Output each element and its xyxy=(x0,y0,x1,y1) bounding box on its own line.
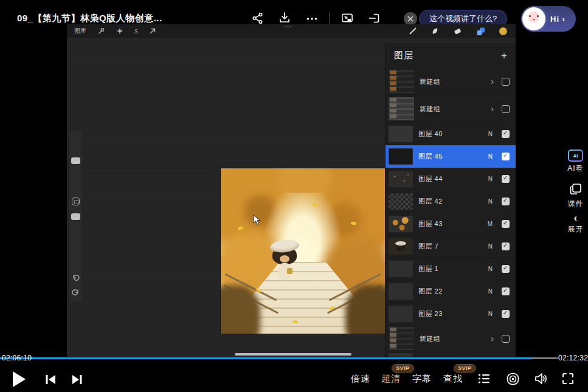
courseware-button[interactable]: 课件 xyxy=(563,183,588,209)
layers-icon[interactable] xyxy=(476,26,486,36)
download-icon xyxy=(278,11,291,24)
layer-row[interactable]: 图层 1 N xyxy=(386,258,516,280)
playlist-button[interactable] xyxy=(477,371,491,386)
expand-button[interactable]: ‹ 展开 xyxy=(563,214,588,235)
procreate-toolbar: 图库 S ⋯ xyxy=(67,24,516,38)
layer-visibility-checkbox[interactable] xyxy=(502,220,510,228)
brush-size-slider[interactable] xyxy=(71,157,80,164)
chevron-left-icon: ‹ xyxy=(563,214,588,222)
layer-visibility-checkbox[interactable] xyxy=(502,153,510,160)
pip-icon xyxy=(341,12,354,25)
chevron-right-icon[interactable]: › xyxy=(491,334,494,343)
volume-button[interactable] xyxy=(533,371,548,387)
transform-icon[interactable] xyxy=(148,27,157,35)
layer-thumbnail xyxy=(389,261,413,277)
canvas-drag-handle[interactable]: ⋯ xyxy=(285,24,292,30)
chevron-right-icon[interactable]: › xyxy=(491,77,494,86)
layer-row[interactable]: 图层 40 N xyxy=(386,123,516,145)
layer-name: 新建组 xyxy=(420,334,485,343)
layer-row[interactable]: 图层 44 N xyxy=(386,168,516,190)
layer-visibility-checkbox[interactable] xyxy=(502,242,510,250)
play-button[interactable] xyxy=(9,369,29,390)
video-content-area[interactable]: 图库 S ⋯ xyxy=(67,24,516,357)
assistant-button[interactable]: Hi › xyxy=(521,6,576,32)
lens-icon xyxy=(506,372,520,386)
add-layer-button[interactable]: + xyxy=(501,50,507,61)
color-swatch[interactable] xyxy=(499,27,507,35)
cast-screen-icon xyxy=(367,12,381,25)
layer-row[interactable]: 图层 22 N xyxy=(386,280,516,303)
fullscreen-button[interactable] xyxy=(561,371,575,386)
brush-icon[interactable] xyxy=(408,27,417,36)
layer-visibility-checkbox[interactable] xyxy=(502,287,510,295)
layer-visibility-checkbox[interactable] xyxy=(502,78,510,86)
layer-name: 图层 22 xyxy=(418,287,483,296)
quality-button[interactable]: 超清 xyxy=(381,373,401,385)
share-button[interactable] xyxy=(251,12,265,25)
layer-row-group[interactable]: 新建组 › xyxy=(386,95,516,123)
ipad-home-indicator[interactable] xyxy=(235,353,351,356)
blend-mode[interactable]: N xyxy=(488,153,493,160)
adjust-icon[interactable] xyxy=(116,27,124,35)
blend-mode[interactable]: N xyxy=(488,198,493,205)
wrench-icon[interactable] xyxy=(97,27,105,35)
layer-row-group[interactable]: 新建组 › xyxy=(386,68,516,95)
art-dark-corner xyxy=(345,285,385,334)
brush-size-rail[interactable] xyxy=(69,131,82,301)
blend-mode[interactable]: N xyxy=(488,288,493,295)
speed-button[interactable]: 倍速 xyxy=(351,373,370,385)
layer-row[interactable]: 图层 43 M xyxy=(386,213,516,235)
layer-row[interactable]: 图层 23 N xyxy=(386,303,516,325)
more-button[interactable] xyxy=(305,12,319,26)
layers-panel: 图层 + 新建组 › 新建组 › 图层 40 xyxy=(385,43,516,357)
layer-row[interactable]: 图层 42 N xyxy=(386,190,516,213)
layer-visibility-checkbox[interactable] xyxy=(502,175,510,183)
ai-watch-button[interactable]: AI AI看 xyxy=(563,150,588,174)
next-button[interactable] xyxy=(69,372,84,387)
layer-visibility-checkbox[interactable] xyxy=(502,198,510,205)
blend-mode[interactable]: N xyxy=(488,131,493,137)
selection-icon[interactable]: S xyxy=(134,27,138,35)
layer-row[interactable]: 图层 7 N xyxy=(386,235,516,258)
subtitle-button[interactable]: 字幕 xyxy=(412,373,432,385)
layer-visibility-checkbox[interactable] xyxy=(502,130,510,138)
ai-watch-label: AI看 xyxy=(563,163,588,174)
blend-mode[interactable]: N xyxy=(488,243,493,250)
redo-icon[interactable] xyxy=(71,289,80,297)
more-icon xyxy=(305,12,319,26)
chevron-right-icon[interactable]: › xyxy=(491,104,494,114)
video-progress-fill xyxy=(0,357,531,359)
video-progress-bar[interactable] xyxy=(0,357,558,359)
layer-row-selected[interactable]: 图层 45 N xyxy=(386,145,516,168)
pip-button[interactable] xyxy=(341,12,354,25)
lens-button[interactable] xyxy=(505,371,520,386)
layer-visibility-checkbox[interactable] xyxy=(502,310,510,318)
layer-visibility-checkbox[interactable] xyxy=(502,265,510,273)
blend-mode[interactable]: N xyxy=(488,266,493,272)
brush-opacity-slider[interactable] xyxy=(71,213,80,220)
find-button[interactable]: 查找 xyxy=(443,373,463,385)
blend-mode[interactable]: M xyxy=(488,221,493,227)
smudge-icon[interactable] xyxy=(431,27,440,36)
previous-button[interactable] xyxy=(43,372,58,387)
layer-name: 图层 43 xyxy=(418,219,482,229)
blend-mode[interactable]: N xyxy=(488,176,493,182)
modify-button[interactable] xyxy=(72,198,80,205)
download-button[interactable] xyxy=(278,11,291,24)
svip-badge: SVIP xyxy=(392,364,414,373)
canvas-artwork[interactable] xyxy=(221,168,385,334)
layer-row-group[interactable]: 新建组 › xyxy=(386,325,516,352)
cast-screen-button[interactable] xyxy=(367,12,381,25)
blend-mode[interactable]: N xyxy=(488,311,493,317)
layer-visibility-checkbox[interactable] xyxy=(502,105,510,113)
layer-visibility-checkbox[interactable] xyxy=(502,335,510,343)
layer-name: 图层 40 xyxy=(418,129,483,139)
gallery-button[interactable]: 图库 xyxy=(74,27,86,35)
playlist-icon xyxy=(477,372,491,385)
courseware-icon xyxy=(569,183,583,195)
layer-thumbnail xyxy=(389,193,413,210)
close-pill-button[interactable] xyxy=(404,12,417,26)
undo-icon[interactable] xyxy=(71,274,80,282)
layer-thumbnail xyxy=(389,126,413,142)
eraser-icon[interactable] xyxy=(453,27,462,36)
